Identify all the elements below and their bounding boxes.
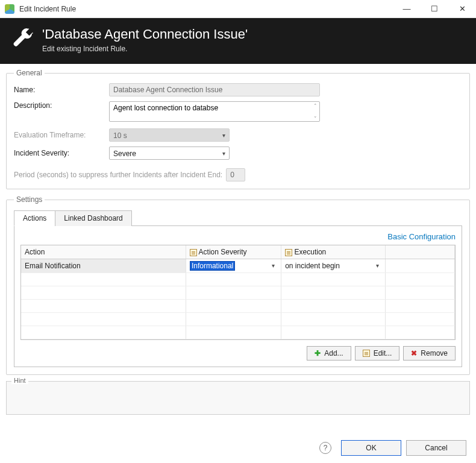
description-input[interactable]: Agent lost connection to databse [109,101,320,122]
hint-label: Hint [11,377,28,384]
ok-button[interactable]: OK [341,440,401,456]
doc-icon [190,249,197,256]
remove-button[interactable]: ✖Remove [403,346,456,361]
doc-icon [285,249,292,256]
incident-severity-select[interactable]: Severe [109,146,230,160]
general-group: General Name: Description: Agent lost co… [6,69,470,189]
chevron-down-icon[interactable]: ▾ [374,262,381,269]
maximize-button[interactable]: ☐ [421,0,448,18]
cell-action[interactable]: Email Notification [21,259,186,272]
plus-icon: ✚ [315,349,321,357]
hint-box: Hint [6,381,470,415]
description-label: Description: [14,101,109,110]
close-button[interactable]: ✕ [448,0,476,18]
doc-icon [363,350,370,357]
dialog-header: 'Database Agent Connection Issue' Edit e… [0,18,476,64]
scroll-up-icon[interactable]: ˄ [312,102,319,110]
app-icon [5,4,14,14]
titlebar: Edit Incident Rule — ☐ ✕ [0,0,476,18]
col-execution[interactable]: Execution [281,245,386,259]
severity-value: Informational [190,261,235,271]
window-title: Edit Incident Rule [19,5,76,13]
dialog-footer: ? OK Cancel [10,440,466,456]
name-label: Name: [14,86,109,94]
table-row[interactable]: Email Notification Informational ▾ on in… [21,259,455,272]
evaluation-timeframe-select: 10 s [109,128,230,142]
wrench-icon [12,28,34,49]
table-row [21,326,455,339]
name-input[interactable] [109,83,320,96]
tab-actions[interactable]: Actions [14,210,55,226]
basic-configuration-link[interactable]: Basic Configuration [20,232,456,241]
table-row [21,312,455,326]
table-row [21,272,455,286]
col-action-severity[interactable]: Action Severity [186,245,281,259]
col-action[interactable]: Action [21,245,186,259]
incident-severity-label: Incident Severity: [14,149,109,157]
scroll-down-icon[interactable]: ˅ [312,115,319,122]
actions-table: Action Action Severity Execution Email N… [20,245,456,340]
chevron-down-icon[interactable]: ▾ [269,262,277,269]
minimize-button[interactable]: — [393,0,421,18]
col-spacer [385,245,454,259]
cancel-button[interactable]: Cancel [406,440,466,456]
help-button[interactable]: ? [319,442,331,454]
header-subtitle: Edit existing Incident Rule. [42,45,248,53]
x-icon: ✖ [411,349,417,357]
evaluation-timeframe-label: Evaluation Timeframe: [14,131,109,139]
general-legend: General [14,69,45,77]
header-title: 'Database Agent Connection Issue' [42,27,248,42]
table-row [21,286,455,299]
edit-button[interactable]: Edit... [355,346,400,361]
settings-legend: Settings [14,195,45,204]
suppress-period-input [226,168,245,181]
add-button[interactable]: ✚Add... [307,346,351,361]
cell-severity[interactable]: Informational ▾ [186,259,281,272]
suppress-period-label: Period (seconds) to suppress further Inc… [14,171,222,179]
table-row [21,299,455,312]
tab-linked-dashboard[interactable]: Linked Dashboard [55,210,131,226]
settings-tabs: Actions Linked Dashboard [14,210,462,226]
cell-execution[interactable]: on incident begin ▾ [281,259,386,272]
settings-group: Settings Actions Linked Dashboard Basic … [6,195,470,375]
actions-panel: Basic Configuration Action Action Severi… [14,226,462,367]
execution-value: on incident begin [285,262,340,270]
